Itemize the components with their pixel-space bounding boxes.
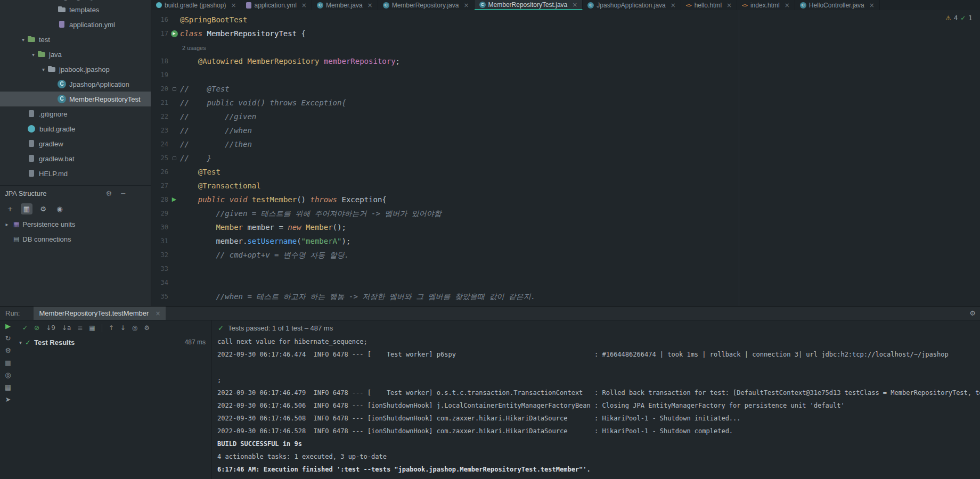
sort-by-duration-icon[interactable]: ↓9 [46, 324, 55, 332]
tree-item-JpashopApplication[interactable]: CJpashopApplication [0, 77, 151, 92]
locate-file-icon[interactable]: ⊕ [63, 0, 68, 2]
coverage-icon[interactable]: ◎ [5, 371, 11, 379]
console-output[interactable]: call next value for hibernate_sequence;2… [211, 335, 980, 479]
code-token: ; [396, 57, 400, 65]
tab-label: hello.html [695, 2, 722, 9]
next-failed-icon[interactable]: ↓ [120, 324, 126, 332]
close-icon[interactable]: × [155, 310, 160, 317]
add-icon[interactable]: + [4, 203, 16, 214]
tree-item-templates[interactable]: templates [0, 2, 151, 17]
editor-tab-index.html[interactable]: <>index.html× [737, 0, 795, 10]
editor-tab-build.gradle (jpashop)[interactable]: build.gradle (jpashop)× [151, 0, 241, 10]
run-test-gutter-icon[interactable]: ▶ [168, 193, 180, 207]
console-line: 2022-09-30 06:17:46.528 INFO 6478 --- [i… [217, 425, 980, 437]
close-icon[interactable]: × [726, 2, 732, 9]
tree-item-.gitignore[interactable]: .gitignore [0, 106, 151, 121]
rerun-icon[interactable]: ↻ [5, 334, 11, 342]
close-icon[interactable]: × [301, 2, 307, 9]
close-icon[interactable]: × [671, 2, 676, 9]
options-icon[interactable]: ⚙ [144, 324, 150, 332]
class-icon: C [58, 95, 66, 103]
tree-item-build.gradle[interactable]: build.gradle [0, 121, 151, 136]
editor-tab-application.yml[interactable]: application.yml× [241, 0, 312, 10]
code-token: new [288, 223, 306, 232]
run-header: Run: MemberRepositoryTest.testMember × ⚙ [0, 307, 980, 320]
code-token [180, 292, 216, 301]
restore-layout-icon[interactable]: ▦ [5, 383, 11, 391]
run-class-gutter-icon[interactable]: ▶ [168, 30, 180, 37]
expand-all-icon[interactable]: ≡ [77, 324, 83, 332]
chevron-down-icon[interactable]: ▾ [39, 67, 47, 72]
console-line [217, 361, 980, 374]
chevron-down-icon[interactable]: ▾ [29, 52, 37, 57]
run-tab[interactable]: MemberRepositoryTest.testMember × [34, 307, 166, 320]
gear-icon[interactable]: ⚙ [969, 309, 976, 317]
tree-item-java[interactable]: ▾java [0, 47, 151, 62]
collapse-all-icon[interactable]: ⊖ [76, 0, 81, 2]
editor[interactable]: 16@SpringBootTest17▶class MemberReposito… [151, 10, 980, 306]
close-icon[interactable]: × [572, 1, 577, 9]
pin-icon[interactable]: ➤ [5, 395, 11, 403]
tab-label: Member.java [326, 2, 363, 9]
code-token: member = [243, 223, 288, 232]
code-token: (); [333, 223, 346, 232]
inspections-widget[interactable]: ⚠ 4 ✓ 1 [945, 14, 973, 22]
editor-tab-hello.html[interactable]: <>hello.html× [681, 0, 737, 10]
editor-tab-MemberRepositoryTest.java[interactable]: CMemberRepositoryTest.java× [475, 0, 583, 10]
show-ignored-icon[interactable]: ⊘ [34, 324, 39, 332]
test-history-icon[interactable]: ◎ [132, 324, 137, 332]
sort-alphabetically-icon[interactable]: ↓a [62, 324, 71, 332]
jpa-structure-header: JPA Structure ⚙− [0, 186, 151, 201]
fold-marker[interactable] [168, 87, 180, 91]
close-icon[interactable]: × [231, 2, 236, 9]
configure-icon[interactable]: ⚙ [37, 203, 49, 214]
passed-count: 1 [968, 14, 973, 22]
jpa-item-Persistence units[interactable]: ▸▦Persistence units [0, 217, 151, 232]
test-settings-icon[interactable]: ⚙ [5, 346, 11, 354]
tree-item-jpabook.jpashop[interactable]: ▾jpabook.jpashop [0, 62, 151, 77]
code-line: 26 @Test [151, 165, 980, 179]
tree-item-gradlew[interactable]: gradlew [0, 136, 151, 151]
line-number: 18 [151, 54, 168, 68]
rerun-tests-icon[interactable]: ▶ [5, 322, 11, 330]
close-icon[interactable]: × [869, 2, 875, 9]
tab-label: build.gradle (jpashop) [165, 2, 226, 9]
chevron-right-icon[interactable]: ▸ [4, 221, 10, 227]
line-number: 29 [151, 207, 168, 220]
collapse-all-icon[interactable]: ▦ [89, 324, 95, 332]
editor-tab-MemberRepository.java[interactable]: CMemberRepository.java× [378, 0, 475, 10]
editor-tab-HelloController.java[interactable]: CHelloController.java× [795, 0, 880, 10]
tree-item-test[interactable]: ▾test [0, 32, 151, 47]
code-text: // //when [180, 123, 252, 137]
usages-inlay[interactable]: 2 usages [180, 45, 206, 51]
tree-item-HELP.md[interactable]: HELP.md [0, 166, 151, 181]
code-line: 24// //then [151, 137, 980, 151]
close-icon[interactable]: × [368, 2, 373, 9]
view-mode-icon[interactable]: ▦ [21, 203, 32, 214]
tree-item-application.yml[interactable]: application.yml [0, 17, 151, 32]
settings-icon[interactable]: ⚙ [105, 189, 112, 197]
stop-icon[interactable]: ■ [5, 359, 11, 367]
settings-icon[interactable]: ⚙ [88, 0, 94, 2]
code-line: 25// } [151, 151, 980, 165]
close-icon[interactable]: × [464, 2, 469, 9]
test-results-header[interactable]: ▾ ✓ Test Results 487 ms [16, 335, 211, 349]
previous-failed-icon[interactable]: ↑ [109, 324, 114, 332]
tree-item-label: templates [69, 6, 99, 14]
tree-item-MemberRepositoryTest[interactable]: CMemberRepositoryTest [0, 92, 151, 106]
tree-item-label: MemberRepositoryTest [69, 95, 141, 103]
chevron-down-icon[interactable]: ▾ [19, 340, 22, 345]
test-results-tree[interactable] [16, 349, 211, 479]
tree-item-gradlew.bat[interactable]: gradlew.bat [0, 151, 151, 166]
editor-tab-JpashopApplication.java[interactable]: CJpashopApplication.java× [583, 0, 681, 10]
code-token: memberRepository [324, 57, 396, 65]
fold-marker[interactable] [168, 156, 180, 160]
jpa-item-DB connections[interactable]: ▤DB connections [0, 232, 151, 246]
inspect-icon[interactable]: ◉ [54, 203, 66, 214]
hide-panel-icon[interactable]: − [120, 189, 126, 197]
show-passed-icon[interactable]: ✓ [22, 324, 28, 332]
hide-panel-icon[interactable]: − [102, 0, 107, 2]
chevron-down-icon[interactable]: ▾ [19, 37, 27, 43]
close-icon[interactable]: × [785, 2, 790, 9]
editor-tab-Member.java[interactable]: CMember.java× [312, 0, 378, 10]
